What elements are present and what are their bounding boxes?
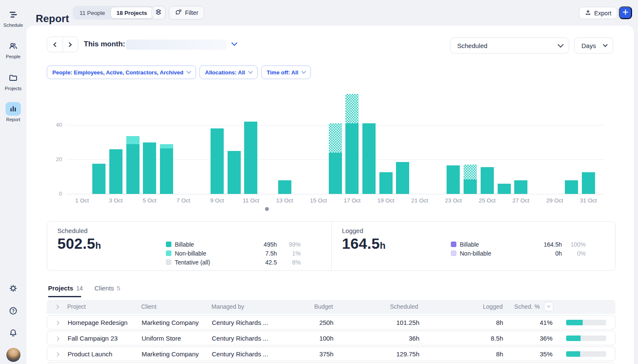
chart-bar-16-oct-tentative[interactable] [329, 123, 342, 153]
pagination-dot[interactable] [265, 207, 269, 211]
sidebar-label: Report [0, 117, 26, 122]
expand-all-icon[interactable] [55, 305, 59, 309]
summary-cards: Scheduled 502.5h Billable495h99%Non-bill… [47, 221, 615, 271]
x-axis-label: 21 Oct [407, 197, 433, 204]
chart-bar-20-oct-billable[interactable] [396, 162, 409, 194]
column-header-client[interactable]: Client [141, 303, 157, 310]
summary-divider [331, 222, 332, 270]
column-header-scheduled[interactable]: Scheduled [345, 303, 418, 310]
prev-period-button[interactable] [47, 37, 63, 52]
sidebar-item-report[interactable]: Report [0, 102, 26, 122]
metric-select-value: Scheduled [457, 42, 487, 49]
unit-select-value: Days [581, 42, 596, 49]
next-period-button[interactable] [63, 37, 78, 52]
allocations-filter-pill[interactable]: Allocations: All [199, 65, 258, 79]
timeoff-filter-pill[interactable]: Time off: All [261, 65, 311, 79]
date-nav [47, 37, 78, 52]
period-value-redacted[interactable] [126, 40, 227, 50]
logged-summary-label: Logged [342, 227, 363, 234]
sidebar-notifications[interactable] [0, 326, 26, 340]
folder-icon [6, 71, 21, 85]
gear-icon [6, 282, 21, 295]
legend-value: 7.5h [241, 250, 277, 257]
report-bars-icon [6, 102, 21, 116]
chart-bar-24-oct-billable[interactable] [464, 179, 477, 194]
filter-button[interactable]: Filter [169, 6, 204, 20]
active-tab-underline [48, 296, 81, 297]
help-icon: ? [6, 304, 21, 318]
y-axis-label: 40 [47, 122, 62, 128]
row-expand-icon[interactable] [55, 337, 60, 341]
chart-bar-31-oct-billable[interactable] [582, 172, 595, 194]
sidebar-item-schedule[interactable]: Schedule [0, 8, 26, 28]
chart-bar-27-oct-billable[interactable] [514, 180, 527, 194]
chart-bar-2-oct-billable[interactable] [92, 164, 105, 194]
export-label: Export [594, 10, 611, 17]
chart-bar-10-oct-billable[interactable] [228, 151, 241, 194]
logged-total-value: 164.5 [342, 235, 380, 252]
plus-icon [622, 9, 629, 17]
chart-bar-25-oct-billable[interactable] [481, 167, 494, 194]
sidebar-help[interactable]: ? [0, 304, 26, 318]
row-expand-icon[interactable] [55, 321, 60, 325]
chart-bar-19-oct-billable[interactable] [379, 172, 393, 194]
people-filter-pill[interactable]: People: Employees, Active, Contractors, … [47, 65, 196, 79]
sched-progress-bar [566, 336, 606, 341]
sidebar-item-people[interactable]: People [0, 39, 26, 59]
views-button[interactable] [151, 6, 165, 20]
toggle-people[interactable]: 11 People [74, 7, 111, 18]
export-button[interactable]: Export [579, 7, 617, 19]
sidebar-profile[interactable] [0, 348, 26, 364]
tab-projects[interactable]: Projects 14 [48, 284, 83, 292]
sched-pct-cell: 35% [494, 350, 553, 358]
chart-bar-24-oct-tentative[interactable] [464, 165, 477, 179]
sidebar-settings[interactable] [0, 282, 26, 295]
legend-value: 495h [241, 241, 277, 248]
scheduled-cell: 129.75h [345, 350, 419, 358]
people-icon [6, 39, 21, 53]
chart-bar-6-oct-billable[interactable] [160, 148, 173, 194]
chart-bar-26-oct-billable[interactable] [498, 184, 511, 194]
column-header-sched-pct[interactable]: Sched. % [493, 303, 540, 310]
chart-bar-30-oct-billable[interactable] [565, 180, 578, 194]
x-axis-label: 27 Oct [508, 197, 534, 204]
table-row[interactable]: Fall Campaign 23Uniform StoreCentury Ric… [47, 331, 615, 345]
chart-bar-9-oct-billable[interactable] [211, 128, 224, 194]
chart-bar-5-oct-billable[interactable] [143, 142, 156, 194]
legend-percent: 99% [277, 241, 301, 248]
column-header-budget[interactable]: Budget [281, 303, 333, 310]
unit-select[interactable]: Days [574, 37, 613, 54]
chart-bar-17-oct-billable[interactable] [345, 123, 359, 194]
row-expand-icon[interactable] [55, 353, 60, 357]
add-button[interactable] [619, 6, 632, 19]
chart-bar-6-oct-nonbillable[interactable] [160, 144, 173, 148]
chart-bar-16-oct-billable[interactable] [329, 153, 342, 194]
chart-bar-13-oct-billable[interactable] [278, 180, 291, 194]
x-axis-label: 13 Oct [272, 197, 297, 204]
tab-clients[interactable]: Clients 5 [94, 284, 120, 292]
chart-bar-18-oct-billable[interactable] [362, 123, 376, 194]
sched-progress-fill [566, 336, 581, 341]
table-row[interactable]: Homepage RedesignMarketing CompanyCentur… [47, 315, 615, 330]
purple-swatch-icon [451, 242, 456, 247]
chart-bar-4-oct-billable[interactable] [126, 144, 140, 194]
sidebar-item-projects[interactable]: Projects [0, 71, 26, 91]
toggle-projects[interactable]: 18 Projects [111, 7, 153, 19]
table-row[interactable]: Product LaunchMarketing CompanyCentury R… [47, 347, 615, 361]
scheduled-summary-label: Scheduled [57, 227, 88, 234]
column-header-managed-by[interactable]: Managed by [211, 303, 244, 310]
column-header-project[interactable]: Project [67, 303, 86, 310]
chart-bar-23-oct-billable[interactable] [447, 165, 460, 194]
legend-row: Non-billable0h0% [451, 249, 586, 258]
legend-row: Tentative (all)42.58% [166, 258, 301, 267]
chart-bar-4-oct-nonbillable[interactable] [126, 136, 140, 144]
table-row-partial[interactable] [47, 362, 615, 364]
people-filter-label: People: Employees, Active, Contractors, … [52, 69, 183, 76]
chart-bar-17-oct-tentative[interactable] [345, 94, 359, 123]
avatar [6, 348, 20, 362]
chart-bar-3-oct-billable[interactable] [109, 149, 122, 194]
sort-dropdown-button[interactable] [544, 302, 553, 311]
metric-select[interactable]: Scheduled [450, 37, 569, 54]
tab-clients-label: Clients [94, 284, 114, 292]
chart-bar-11-oct-billable[interactable] [244, 122, 257, 194]
